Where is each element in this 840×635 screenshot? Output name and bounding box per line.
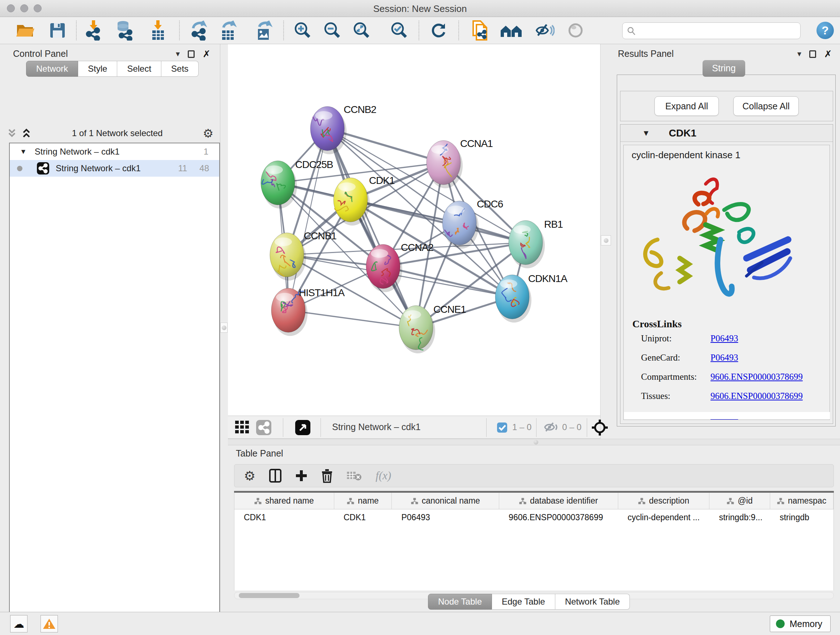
delete-column-trash-icon[interactable] — [321, 469, 333, 483]
network-node[interactable] — [399, 306, 435, 353]
network-row[interactable]: String Network – cdk1 11 48 — [10, 160, 219, 177]
crosslink-link[interactable]: P06493 — [711, 353, 738, 363]
tab-select[interactable]: Select — [117, 61, 161, 77]
network-node[interactable] — [333, 178, 370, 226]
tab-string[interactable]: String — [703, 60, 745, 77]
fit-selected-crosshair-icon[interactable] — [592, 420, 608, 435]
add-column-icon[interactable] — [295, 470, 308, 482]
network-node[interactable] — [270, 233, 306, 280]
search-input[interactable] — [638, 24, 798, 38]
crosslink-link[interactable]: 9606.ENSP00000378699 — [711, 391, 803, 401]
panel-close-icon[interactable]: ✗ — [202, 49, 210, 59]
table-cell[interactable]: P06493 — [392, 513, 499, 523]
panel-float-icon[interactable] — [809, 50, 816, 58]
expand-all-button[interactable]: Expand All — [654, 96, 719, 116]
zoom-fit-button[interactable] — [352, 21, 371, 40]
hidden-eye-slash-icon — [543, 421, 559, 433]
table-settings-gear-icon[interactable]: ⚙ — [244, 469, 256, 483]
tab-style[interactable]: Style — [78, 61, 117, 77]
network-canvas[interactable]: CCNB2CCNA1CDC25BCDK1CDC6RB1CCNB1CCNA2CDK… — [228, 44, 600, 416]
zoom-in-button[interactable] — [294, 21, 312, 40]
section-collapse-icon[interactable]: ▼ — [642, 128, 650, 138]
collapse-all-button[interactable]: Collapse All — [733, 96, 799, 116]
column-header-name[interactable]: name — [334, 493, 392, 509]
toolbar-separator — [418, 21, 419, 40]
network-node[interactable] — [495, 275, 531, 323]
node-label: CCNA2 — [401, 242, 433, 253]
network-edge[interactable] — [383, 266, 512, 297]
table-cell[interactable]: stringdb — [770, 513, 834, 523]
open-in-new-window-icon[interactable] — [295, 420, 310, 435]
export-network-button[interactable] — [190, 20, 209, 41]
table-cell[interactable]: stringdb:9... — [709, 513, 770, 523]
selected-checkbox[interactable] — [497, 423, 507, 432]
table-row[interactable]: CDK1CDK1P064939606.ENSP00000378699cyclin… — [234, 509, 834, 525]
splitter-grip[interactable] — [601, 235, 611, 245]
panel-collapse-icon[interactable]: ▾ — [797, 49, 801, 59]
export-image-button[interactable] — [255, 20, 273, 41]
tab-sets[interactable]: Sets — [161, 61, 199, 77]
column-header-@id[interactable]: @id — [709, 493, 770, 509]
import-network-file-button[interactable] — [85, 20, 103, 41]
column-header-namespac[interactable]: namespac — [770, 493, 834, 509]
cloud-button[interactable]: ☁ — [10, 615, 27, 632]
column-header-database-identifier[interactable]: database identifier — [499, 493, 618, 509]
memory-button[interactable]: Memory — [770, 616, 831, 632]
splitter-grip[interactable] — [220, 323, 227, 333]
node-table[interactable]: shared namenamecanonical namedatabase id… — [234, 493, 834, 591]
collapse-all-chevron-icon[interactable] — [21, 128, 32, 138]
help-icon[interactable]: ? — [816, 22, 834, 39]
zoom-out-button[interactable] — [323, 21, 342, 40]
column-header-canonical-name[interactable]: canonical name — [392, 493, 499, 509]
protein-description: cyclin-dependent kinase 1 — [632, 149, 741, 161]
warning-button[interactable] — [41, 615, 58, 632]
import-network-database-button[interactable] — [115, 20, 134, 41]
table-cell[interactable]: 9606.ENSP00000378699 — [499, 513, 618, 523]
tab-node-table[interactable]: Node Table — [428, 594, 492, 610]
show-all-button[interactable] — [567, 22, 584, 39]
tab-network-table[interactable]: Network Table — [555, 594, 630, 610]
network-node[interactable] — [442, 201, 478, 249]
network-collection-row[interactable]: ▼ String Network – cdk1 1 — [10, 143, 219, 160]
export-table-button[interactable] — [220, 20, 238, 41]
tab-edge-table[interactable]: Edge Table — [492, 594, 555, 610]
open-session-button[interactable] — [16, 22, 35, 39]
crosslink-link[interactable]: 9606.ENSP00000378699 — [711, 372, 803, 382]
node-label: CCNB1 — [304, 230, 336, 241]
collection-expand-icon[interactable]: ▼ — [20, 148, 27, 156]
function-builder-icon[interactable]: f(x) — [376, 469, 391, 482]
table-cell[interactable]: cyclin-dependent ... — [618, 513, 710, 523]
delete-table-icon[interactable] — [347, 470, 362, 481]
zoom-selected-button[interactable] — [390, 21, 409, 40]
network-node[interactable] — [310, 106, 347, 154]
string-view-icon[interactable] — [256, 420, 271, 435]
table-cell[interactable]: CDK1 — [234, 513, 334, 523]
crosslink-link[interactable]: P06493 — [711, 333, 738, 344]
network-node[interactable] — [366, 244, 402, 292]
scrollbar-thumb[interactable] — [239, 593, 300, 598]
network-edge[interactable] — [288, 128, 327, 310]
horizontal-splitter[interactable] — [228, 439, 840, 445]
import-table-file-button[interactable] — [150, 20, 166, 41]
new-network-from-selection-button[interactable] — [471, 20, 489, 41]
first-neighbors-button[interactable] — [500, 22, 523, 38]
table-header-row: shared namenamecanonical namedatabase id… — [234, 493, 834, 509]
birds-eye-grid-icon[interactable] — [235, 421, 249, 434]
gear-icon[interactable]: ⚙ — [202, 126, 213, 141]
protein-section-header[interactable]: ▼ CDK1 — [621, 125, 833, 142]
expand-all-chevron-icon[interactable] — [6, 128, 17, 138]
network-node[interactable] — [508, 220, 545, 268]
refresh-layout-button[interactable] — [430, 21, 448, 40]
results-panel-title: Results Panel — [618, 49, 674, 59]
column-header-description[interactable]: description — [618, 493, 710, 509]
show-columns-icon[interactable] — [269, 469, 281, 483]
panel-close-icon[interactable]: ✗ — [824, 49, 832, 59]
column-header-shared-name[interactable]: shared name — [234, 493, 334, 509]
network-node-count: 11 — [178, 163, 187, 173]
panel-float-icon[interactable] — [188, 50, 195, 58]
table-cell[interactable]: CDK1 — [334, 513, 392, 523]
panel-collapse-icon[interactable]: ▾ — [176, 49, 180, 59]
hide-selection-button[interactable] — [534, 22, 554, 39]
save-session-button[interactable] — [49, 22, 66, 39]
tab-network[interactable]: Network — [26, 61, 78, 77]
